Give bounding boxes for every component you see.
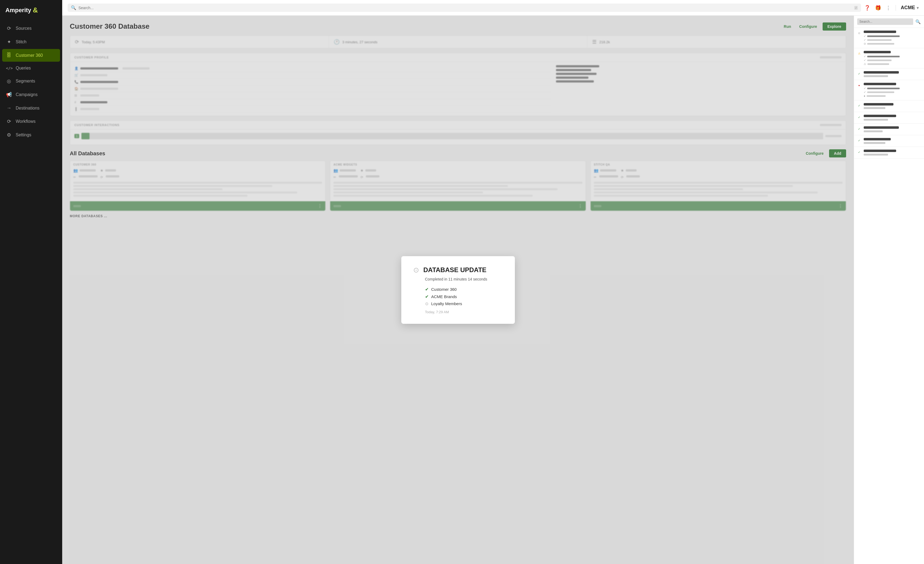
panel-item-sub-bar bbox=[864, 130, 883, 132]
app-logo: Amperity & bbox=[0, 0, 62, 22]
panel-item-title-bar bbox=[864, 51, 891, 53]
loading-icon: ⊙ bbox=[425, 301, 429, 306]
search-input[interactable] bbox=[78, 6, 852, 10]
panel-item-7: ✓ bbox=[854, 123, 924, 135]
modal-item-label: Customer 360 bbox=[431, 287, 457, 292]
ok-indicator: ✓ bbox=[857, 127, 861, 131]
sidebar-item-queries[interactable]: </> Queries bbox=[2, 62, 60, 74]
panel-item-content bbox=[864, 115, 921, 121]
check-icon: ✔ bbox=[425, 294, 429, 299]
sidebar: Amperity & ⟳ Sources ✦ Stitch 🗄 Customer… bbox=[0, 0, 62, 564]
panel-item-rows: ✓ ✓ ● bbox=[864, 87, 921, 98]
sidebar-item-label: Segments bbox=[16, 79, 35, 84]
sidebar-item-campaigns[interactable]: 📢 Campaigns bbox=[2, 88, 60, 101]
modal-item-label: Loyalty Members bbox=[431, 301, 462, 306]
modal-overlay: ⊙ DATABASE UPDATE Completed in 11 minute… bbox=[62, 16, 854, 564]
sub-bar bbox=[867, 39, 891, 41]
panel-sub-row: ✓ bbox=[864, 87, 921, 90]
panel-item-content bbox=[864, 150, 921, 155]
topbar-brand: ACME ▾ bbox=[901, 5, 919, 11]
panel-item-title-bar bbox=[864, 138, 891, 140]
panel-sub-row: ● bbox=[864, 95, 921, 98]
error-icon: ● bbox=[864, 95, 866, 98]
sidebar-nav: ⟳ Sources ✦ Stitch 🗄 Customer 360 </> Qu… bbox=[0, 22, 62, 141]
panel-item-4: ● ✓ ✓ ● bbox=[854, 80, 924, 100]
help-icon[interactable]: ❓ bbox=[864, 5, 870, 11]
brand-chevron[interactable]: ▾ bbox=[917, 6, 919, 10]
main-wrapper: 🔍 / ❓ 🎁 ⋮ ACME ▾ Customer 360 Database R… bbox=[62, 0, 924, 564]
check-icon: ✓ bbox=[864, 55, 866, 58]
check-icon: ✔ bbox=[425, 287, 429, 292]
right-panel: 🔍 ⊙ ✓ ✓ bbox=[854, 16, 924, 564]
panel-item-content bbox=[864, 138, 921, 144]
panel-item-8: ✓ bbox=[854, 135, 924, 147]
sidebar-item-settings[interactable]: ⚙ Settings bbox=[2, 128, 60, 141]
panel-item-content: ✓ ✓ ⚠ bbox=[864, 51, 921, 65]
panel-item-sub-bar bbox=[864, 153, 888, 155]
search-icon: 🔍 bbox=[71, 5, 76, 10]
brand-label: ACME bbox=[901, 5, 915, 11]
check-icon: ✓ bbox=[864, 87, 866, 90]
sidebar-item-customer360[interactable]: 🗄 Customer 360 bbox=[2, 49, 60, 62]
modal-items: ✔ Customer 360 ✔ ACME Brands ⊙ Loyalty M… bbox=[425, 286, 503, 307]
sidebar-item-label: Settings bbox=[16, 132, 32, 137]
more-icon[interactable]: ⋮ bbox=[886, 5, 891, 11]
panel-search-icon[interactable]: 🔍 bbox=[915, 19, 921, 24]
content-area: Customer 360 Database Run Configure Expl… bbox=[62, 16, 924, 564]
main-content: Customer 360 Database Run Configure Expl… bbox=[62, 16, 854, 564]
search-bar[interactable]: 🔍 / bbox=[68, 3, 861, 12]
panel-item-content bbox=[864, 103, 921, 109]
panel-item-title-bar bbox=[864, 71, 899, 74]
panel-item-sub-bar bbox=[864, 75, 888, 77]
sidebar-item-stitch[interactable]: ✦ Stitch bbox=[2, 35, 60, 48]
panel-item-title-bar bbox=[864, 83, 896, 85]
settings-icon: ⚙ bbox=[6, 132, 12, 138]
ok-indicator: ✓ bbox=[857, 150, 861, 154]
workflows-icon: ⟳ bbox=[6, 119, 12, 125]
panel-sub-row: ✓ bbox=[864, 38, 921, 41]
panel-item-sub-bar bbox=[864, 107, 885, 109]
database-update-modal: ⊙ DATABASE UPDATE Completed in 11 minute… bbox=[401, 256, 515, 324]
topbar-divider bbox=[896, 5, 896, 11]
sidebar-item-label: Stitch bbox=[16, 39, 27, 44]
sidebar-item-destinations[interactable]: → Destinations bbox=[2, 102, 60, 114]
ok-indicator: ✓ bbox=[857, 115, 861, 119]
ok-indicator: ✓ bbox=[857, 138, 861, 142]
queries-icon: </> bbox=[6, 66, 12, 70]
sub-bar bbox=[867, 95, 886, 97]
panel-item-rows: ✓ ✓ ⊙ bbox=[864, 35, 921, 45]
check-icon: ✓ bbox=[864, 59, 866, 62]
panel-item-rows: ✓ ✓ ⚠ bbox=[864, 55, 921, 65]
modal-spinner-icon: ⊙ bbox=[413, 266, 419, 274]
panel-item-title-bar bbox=[864, 103, 894, 105]
loading-icon: ⊙ bbox=[864, 42, 866, 45]
modal-title: DATABASE UPDATE bbox=[423, 266, 486, 274]
sub-bar bbox=[867, 88, 900, 89]
logo-symbol: & bbox=[33, 6, 38, 14]
panel-item-9: ✓ bbox=[854, 147, 924, 158]
sub-bar bbox=[867, 35, 900, 37]
panel-item-sub-bar bbox=[864, 142, 885, 144]
sidebar-item-sources[interactable]: ⟳ Sources bbox=[2, 22, 60, 35]
panel-sub-row: ✓ bbox=[864, 35, 921, 38]
sub-bar bbox=[867, 63, 889, 65]
topbar-icons: ❓ 🎁 ⋮ ACME ▾ bbox=[864, 5, 919, 11]
modal-item-label: ACME Brands bbox=[431, 294, 457, 299]
error-indicator: ● bbox=[857, 83, 861, 87]
panel-sub-row: ✓ bbox=[864, 55, 921, 58]
warning-indicator: ⚠ bbox=[857, 51, 861, 55]
sidebar-item-workflows[interactable]: ⟳ Workflows bbox=[2, 115, 60, 128]
topbar: 🔍 / ❓ 🎁 ⋮ ACME ▾ bbox=[62, 0, 924, 16]
modal-subtitle: Completed in 11 minutes 14 seconds bbox=[425, 277, 503, 281]
panel-item-content: ✓ ✓ ● bbox=[864, 83, 921, 98]
loading-indicator: ⊙ bbox=[857, 31, 861, 35]
sidebar-item-label: Customer 360 bbox=[16, 53, 43, 58]
panel-item-1: ⊙ ✓ ✓ ⊙ bbox=[854, 28, 924, 48]
gift-icon[interactable]: 🎁 bbox=[875, 5, 881, 11]
panel-item-2: ⚠ ✓ ✓ ⚠ bbox=[854, 48, 924, 68]
panel-search-input[interactable] bbox=[857, 18, 913, 25]
modal-item-acme-brands: ✔ ACME Brands bbox=[425, 293, 503, 300]
sources-icon: ⟳ bbox=[6, 26, 12, 32]
segments-icon: ◎ bbox=[6, 78, 12, 84]
sidebar-item-segments[interactable]: ◎ Segments bbox=[2, 75, 60, 88]
